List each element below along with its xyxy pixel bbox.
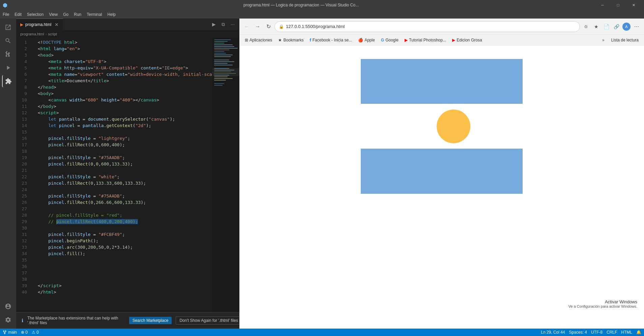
svg-rect-1 <box>214 41 228 42</box>
editor-tab-programa[interactable]: ▶ programa.html ✕ <box>16 19 63 30</box>
svg-rect-4 <box>214 46 234 47</box>
code-content[interactable]: <!DOCTYPE html><html lang="en"><head> <m… <box>32 38 212 329</box>
browser-profile-icon[interactable]: A <box>622 23 631 31</box>
svg-rect-2 <box>214 43 224 43</box>
minimap <box>212 38 239 329</box>
bookmark-bookmarks[interactable]: ★ Bookmarks <box>275 37 306 43</box>
bookmark-apple[interactable]: 🍎 Apple <box>355 37 378 43</box>
canvas-rect-top <box>361 59 523 104</box>
browser-back-button[interactable]: ← <box>242 22 252 31</box>
menu-file[interactable]: File <box>0 10 12 19</box>
browser-favorites-icon[interactable]: ★ <box>591 22 601 31</box>
activity-search[interactable] <box>2 35 14 47</box>
tab-file-icon: ▶ <box>20 22 23 27</box>
breadcrumb: programa.html › script <box>16 30 239 38</box>
close-button[interactable]: ✕ <box>626 0 641 10</box>
bookmarks-more-button[interactable]: » <box>600 37 607 43</box>
browser-toolbar: ← → ↻ 🔒 127.0.0.1:5500/programa.html ⛭ ★… <box>239 19 644 35</box>
bookmark-google[interactable]: G Google <box>378 37 401 43</box>
reading-list-button[interactable]: Lista de lectura <box>609 37 641 43</box>
main-content: ▶ programa.html ✕ ▶ ⧉ ··· programa.html … <box>0 19 644 329</box>
breadcrumb-file[interactable]: programa.html <box>20 32 44 36</box>
browser-extensions-icon[interactable]: ⛭ <box>581 22 591 31</box>
bookmark-tutorial-label: Tutorial Photoshop... <box>409 38 446 42</box>
more-actions-button[interactable]: ··· <box>229 20 237 28</box>
minimize-button[interactable]: ─ <box>595 0 610 10</box>
svg-rect-13 <box>214 63 228 64</box>
status-bar-right: Ln 29, Col 44 Spaces: 4 UTF-8 CRLF HTML … <box>541 330 641 335</box>
browser-forward-button[interactable]: → <box>253 22 262 31</box>
svg-rect-3 <box>214 44 233 45</box>
browser-more-icon[interactable]: ⋯ <box>632 22 641 31</box>
bookmark-facebook[interactable]: f Facebook - Inicia se... <box>307 37 355 43</box>
svg-rect-0 <box>214 39 231 40</box>
status-branch[interactable]: main <box>3 330 17 335</box>
activity-account[interactable] <box>2 300 14 312</box>
activate-windows-title: Activar Windows <box>568 299 637 304</box>
title-bar: ⬢ programa.html — Logica de programacion… <box>0 0 644 10</box>
svg-rect-12 <box>214 61 234 62</box>
status-errors[interactable]: ⊗ 0 <box>21 330 28 335</box>
activity-bottom <box>2 300 14 326</box>
svg-rect-25 <box>212 68 239 76</box>
activity-extensions[interactable] <box>2 75 14 87</box>
activity-source-control[interactable] <box>2 48 14 60</box>
browser-content: Activar Windows Ve a Configuración para … <box>239 45 644 329</box>
window-title: programa.html — Logica de programacion —… <box>10 3 592 7</box>
status-encoding[interactable]: UTF-8 <box>591 330 603 335</box>
split-editor-button[interactable]: ⧉ <box>219 20 227 28</box>
title-bar-left: ⬢ <box>3 2 7 8</box>
run-button[interactable]: ▶ <box>210 20 218 28</box>
apps-icon: ⊞ <box>245 38 248 42</box>
youtube-icon: ▶ <box>405 38 408 42</box>
bookmark-aplicaciones[interactable]: ⊞ Aplicaciones <box>242 37 275 43</box>
bookmarks-bar: ⊞ Aplicaciones ★ Bookmarks f Facebook - … <box>239 35 644 45</box>
status-spaces[interactable]: Spaces: 4 <box>569 330 587 335</box>
svg-rect-14 <box>214 65 233 65</box>
bookmark-tutorial-photoshop[interactable]: ▶ Tutorial Photoshop... <box>402 37 449 43</box>
svg-rect-6 <box>214 50 229 50</box>
activity-bar <box>0 19 16 329</box>
breadcrumb-section[interactable]: script <box>48 32 57 36</box>
canvas-circle <box>437 110 470 143</box>
svg-rect-11 <box>214 60 229 60</box>
status-warnings[interactable]: ⚠ 0 <box>32 330 39 335</box>
menu-terminal[interactable]: Terminal <box>84 10 105 19</box>
menu-go[interactable]: Go <box>60 10 71 19</box>
svg-rect-24 <box>214 85 223 86</box>
browser-reading-mode-icon[interactable]: 📄 <box>602 22 611 31</box>
tab-bar: ▶ programa.html ✕ ▶ ⧉ ··· <box>16 19 239 30</box>
activity-settings[interactable] <box>2 314 14 326</box>
maximize-button[interactable]: □ <box>610 0 626 10</box>
window-controls: ─ □ ✕ <box>595 0 641 10</box>
bookmark-facebook-label: Facebook - Inicia se... <box>313 38 352 42</box>
browser-share-icon[interactable]: 🔗 <box>612 22 621 31</box>
svg-rect-5 <box>214 48 238 49</box>
reading-list-label: Lista de lectura <box>611 38 639 42</box>
dismiss-notification-button[interactable]: Don't Show Again for '.thtml' files <box>176 316 239 325</box>
menu-bar: File Edit Selection View Go Run Terminal… <box>0 10 644 19</box>
activity-debug[interactable] <box>2 62 14 74</box>
search-marketplace-button[interactable]: Search Marketplace <box>129 317 172 324</box>
activate-windows-subtitle: Ve a Configuración para activar Windows. <box>568 304 637 308</box>
menu-selection[interactable]: Selection <box>24 10 46 19</box>
status-eol[interactable]: CRLF <box>607 330 617 335</box>
code-editor: 1234567891011121314151617181920212223242… <box>16 38 239 329</box>
status-ln-col[interactable]: Ln 29, Col 44 <box>541 330 565 335</box>
breadcrumb-separator: › <box>46 32 47 36</box>
status-language[interactable]: HTML <box>621 330 632 335</box>
google-icon: G <box>381 38 384 42</box>
menu-edit[interactable]: Edit <box>12 10 24 19</box>
tab-close-button[interactable]: ✕ <box>55 22 59 27</box>
line-numbers: 1234567891011121314151617181920212223242… <box>16 38 32 329</box>
menu-view[interactable]: View <box>46 10 60 19</box>
activity-explorer[interactable] <box>2 21 14 33</box>
menu-help[interactable]: Help <box>105 10 119 19</box>
menu-run[interactable]: Run <box>71 10 84 19</box>
bookmark-edicion-grosa[interactable]: ▶ Edicion Grosa <box>449 37 485 43</box>
address-bar[interactable]: 🔒 127.0.0.1:5500/programa.html <box>274 21 580 32</box>
bookmark-edicion-label: Edicion Grosa <box>457 38 482 42</box>
browser-refresh-button[interactable]: ↻ <box>264 22 273 31</box>
svg-rect-22 <box>214 80 226 81</box>
status-notifications-icon[interactable]: 🔔 <box>636 330 641 335</box>
